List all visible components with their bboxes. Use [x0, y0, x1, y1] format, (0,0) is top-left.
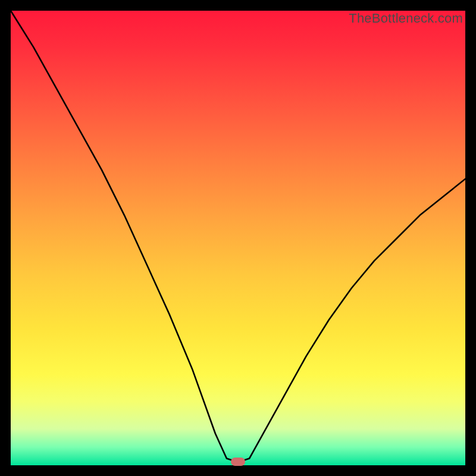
- curve-path: [11, 11, 465, 462]
- watermark-text: TheBottleneck.com: [349, 11, 463, 26]
- optimal-point-marker: [231, 458, 245, 466]
- bottleneck-curve: [11, 11, 465, 465]
- chart-frame: TheBottleneck.com: [0, 0, 476, 476]
- gradient-plot-area: TheBottleneck.com: [11, 11, 465, 465]
